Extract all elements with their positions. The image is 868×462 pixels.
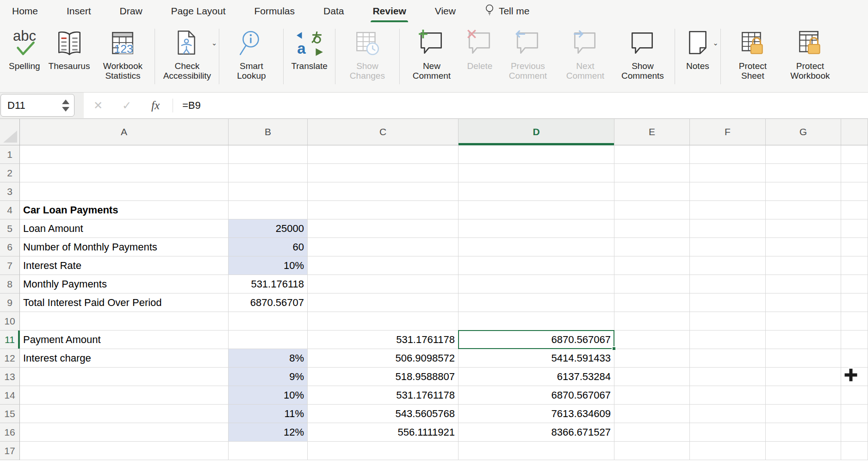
cell-E9[interactable] [614,293,690,312]
cell-A1[interactable] [20,145,229,164]
formula-text[interactable]: =B9 [182,100,201,112]
cell-A3[interactable] [20,182,229,201]
cell-E13[interactable] [614,368,690,386]
protect-workbook-button[interactable]: Protect Workbook [781,27,839,81]
cell-E16[interactable] [614,423,690,442]
cell-F1[interactable] [690,145,766,164]
cell-C12[interactable]: 506.9098572 [308,349,459,368]
cell-F14[interactable] [690,386,766,405]
tab-draw[interactable]: Draw [120,0,143,22]
cell-B15[interactable]: 11% [229,405,308,423]
cell-D2[interactable] [459,164,614,182]
column-header-A[interactable]: A [20,119,229,145]
select-all-corner[interactable] [0,119,20,145]
cell-E8[interactable] [614,275,690,293]
cell-A14[interactable] [20,386,229,405]
cell-B1[interactable] [229,145,308,164]
cell-partial-8[interactable] [841,275,868,293]
cell-partial-12[interactable] [841,349,868,368]
name-box[interactable]: D11 [0,94,74,117]
cell-D5[interactable] [459,219,614,238]
tab-data[interactable]: Data [323,0,344,22]
cell-C9[interactable] [308,293,459,312]
cell-E7[interactable] [614,256,690,275]
cell-C10[interactable] [308,312,459,331]
cell-F3[interactable] [690,182,766,201]
cell-D14[interactable]: 6870.567067 [459,386,614,405]
cell-A9[interactable]: Total Interest Paid Over Period [20,293,229,312]
cell-F4[interactable] [690,201,766,219]
cell-partial-7[interactable] [841,256,868,275]
tab-review[interactable]: Review [372,0,406,22]
cell-D11[interactable]: 6870.567067 [459,331,614,349]
cell-B11[interactable] [229,331,308,349]
row-header-6[interactable]: 6 [0,238,20,256]
cell-partial-11[interactable] [841,331,868,349]
row-header-10[interactable]: 10 [0,312,20,331]
cell-E15[interactable] [614,405,690,423]
cell-G6[interactable] [766,238,841,256]
cell-E17[interactable] [614,442,690,460]
chevron-down-icon[interactable]: ⌄ [713,39,719,47]
cell-G11[interactable] [766,331,841,349]
cell-B4[interactable] [229,201,308,219]
cell-partial-3[interactable] [841,182,868,201]
cell-B3[interactable] [229,182,308,201]
cell-F8[interactable] [690,275,766,293]
row-header-5[interactable]: 5 [0,219,20,238]
cell-C7[interactable] [308,256,459,275]
column-header-C[interactable]: C [308,119,459,145]
name-box-stepper[interactable] [62,94,69,116]
cell-A8[interactable]: Monthly Payments [20,275,229,293]
row-header-13[interactable]: 13 [0,368,20,386]
check-accessibility-button[interactable]: ⌄Check Accessibility [158,27,216,81]
thesaurus-button[interactable]: Thesaurus [44,27,94,71]
cell-B6[interactable]: 60 [229,238,308,256]
cell-G3[interactable] [766,182,841,201]
show-comments-button[interactable]: Show Comments [614,27,671,81]
cell-F5[interactable] [690,219,766,238]
cell-C5[interactable] [308,219,459,238]
cell-A5[interactable]: Loan Amount [20,219,229,238]
cell-C1[interactable] [308,145,459,164]
cell-B16[interactable]: 12% [229,423,308,442]
cell-partial-13[interactable] [841,368,868,386]
cell-G4[interactable] [766,201,841,219]
cell-partial-17[interactable] [841,442,868,460]
cell-G5[interactable] [766,219,841,238]
cell-partial-9[interactable] [841,293,868,312]
row-header-12[interactable]: 12 [0,349,20,368]
row-header-9[interactable]: 9 [0,293,20,312]
cell-E4[interactable] [614,201,690,219]
cell-C3[interactable] [308,182,459,201]
cell-G13[interactable] [766,368,841,386]
cell-D1[interactable] [459,145,614,164]
cell-A15[interactable] [20,405,229,423]
row-header-14[interactable]: 14 [0,386,20,405]
cell-F7[interactable] [690,256,766,275]
cell-A12[interactable]: Interest charge [20,349,229,368]
stepper-down-icon[interactable] [62,107,69,112]
cell-G17[interactable] [766,442,841,460]
cell-F15[interactable] [690,405,766,423]
cell-E12[interactable] [614,349,690,368]
cell-A13[interactable] [20,368,229,386]
cell-B14[interactable]: 10% [229,386,308,405]
cell-E10[interactable] [614,312,690,331]
column-header-F[interactable]: F [690,119,766,145]
cell-F16[interactable] [690,423,766,442]
cell-D16[interactable]: 8366.671527 [459,423,614,442]
cell-B8[interactable]: 531.176118 [229,275,308,293]
spelling-button[interactable]: abcSpelling [5,27,44,71]
cell-G9[interactable] [766,293,841,312]
row-header-4[interactable]: 4 [0,201,20,219]
cell-E2[interactable] [614,164,690,182]
cell-D9[interactable] [459,293,614,312]
cell-D7[interactable] [459,256,614,275]
cell-A10[interactable] [20,312,229,331]
cell-G7[interactable] [766,256,841,275]
cell-B17[interactable] [229,442,308,460]
cell-D8[interactable] [459,275,614,293]
column-header-E[interactable]: E [614,119,690,145]
cell-D12[interactable]: 5414.591433 [459,349,614,368]
